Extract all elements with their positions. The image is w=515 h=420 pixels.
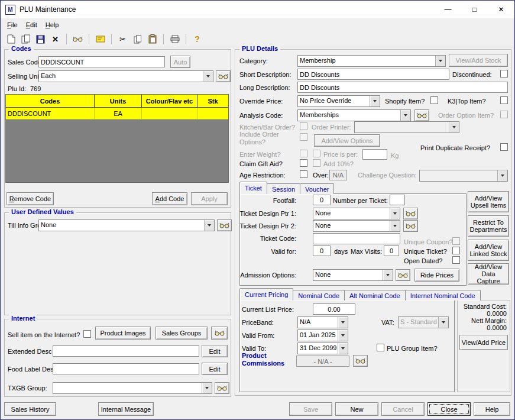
delete-button[interactable]: ✕ xyxy=(48,33,63,46)
include-order-options-checkbox[interactable] xyxy=(300,133,307,141)
price-is-per-checkbox[interactable] xyxy=(313,150,320,157)
valid-to-select[interactable]: 31 Dec 2099 xyxy=(297,343,348,354)
product-images-button[interactable]: Product Images xyxy=(95,327,151,340)
vat-select[interactable]: S - Standard Ra xyxy=(398,316,449,328)
internal-message-button[interactable]: Internal Message xyxy=(98,402,154,416)
ticket-design-1-search-button[interactable] xyxy=(403,208,418,219)
new-button-footer[interactable]: New xyxy=(335,402,378,416)
till-info-search-button[interactable] xyxy=(217,219,232,231)
admission-search-button[interactable] xyxy=(396,269,410,281)
ride-prices-button[interactable]: Ride Prices xyxy=(414,269,459,282)
table-row[interactable]: DDDISCOUNT EA xyxy=(6,108,228,119)
priceband-select[interactable]: N/A xyxy=(297,316,348,328)
txgb-search-button[interactable] xyxy=(215,382,229,394)
menu-help[interactable]: Help xyxy=(41,20,63,30)
save-button-toolbar[interactable] xyxy=(33,33,48,46)
cancel-button[interactable]: Cancel xyxy=(381,402,425,416)
long-description-input[interactable] xyxy=(297,82,508,93)
till-info-group-select[interactable]: None xyxy=(38,219,215,231)
add-view-options-button[interactable]: Add/View Options xyxy=(314,134,380,147)
open-dated-checkbox[interactable] xyxy=(452,256,460,264)
internet-search-button[interactable] xyxy=(211,327,228,340)
save-button[interactable]: Save xyxy=(289,402,332,416)
copy-button[interactable] xyxy=(130,33,145,46)
sales-groups-button[interactable]: Sales Groups xyxy=(156,327,208,340)
maximize-button[interactable]: □ xyxy=(461,1,488,18)
override-price-select[interactable]: No Price Override xyxy=(297,95,380,107)
age-restriction-checkbox[interactable] xyxy=(300,170,307,178)
tab-alt-nominal-code[interactable]: Alt Nominal Code xyxy=(344,290,406,301)
ticket-design-2-search-button[interactable] xyxy=(403,220,418,232)
print-button[interactable] xyxy=(167,33,182,46)
shopify-item-checkbox[interactable] xyxy=(430,96,438,104)
k3top-item-checkbox[interactable] xyxy=(500,96,508,104)
add-10-percent-checkbox[interactable] xyxy=(313,159,320,167)
add-view-data-capture-button[interactable]: Add/View Data Capture xyxy=(468,263,509,285)
view-add-price-button[interactable]: View/Add Price xyxy=(459,335,508,350)
menu-file[interactable]: File xyxy=(3,20,22,30)
add-view-upsell-items-button[interactable]: Add/View Upsell Items xyxy=(468,191,509,212)
close-window-button[interactable]: ✕ xyxy=(488,1,514,18)
plu-group-item-checkbox[interactable] xyxy=(377,344,384,351)
price-is-per-input[interactable] xyxy=(362,149,387,160)
close-button[interactable]: Close xyxy=(427,402,471,416)
selling-unit-select[interactable]: Each xyxy=(38,70,213,82)
number-per-ticket-input[interactable] xyxy=(390,195,405,205)
short-description-input[interactable] xyxy=(297,69,449,80)
remove-code-button[interactable]: Remove Code xyxy=(7,192,54,205)
kitchen-bar-order-checkbox[interactable] xyxy=(300,122,307,130)
ticket-design-2-select[interactable]: None xyxy=(313,220,400,232)
ticket-code-input[interactable] xyxy=(313,233,400,244)
print-duplicate-receipt-checkbox[interactable] xyxy=(500,143,508,151)
order-option-item-checkbox[interactable] xyxy=(500,111,508,118)
apply-button[interactable]: Apply xyxy=(191,192,228,205)
restrict-to-departments-button[interactable]: Restrict To Departments xyxy=(468,215,509,237)
unique-ticket-checkbox[interactable] xyxy=(452,247,460,254)
sales-code-input[interactable] xyxy=(38,56,165,67)
commissions-search-button[interactable] xyxy=(353,355,368,367)
tab-nominal-code[interactable]: Nominal Code xyxy=(293,290,345,301)
sales-history-button[interactable]: Sales History xyxy=(4,402,56,416)
unique-coupon-checkbox[interactable] xyxy=(452,237,460,245)
food-label-desc-edit-button[interactable]: Edit xyxy=(202,363,228,375)
category-select[interactable]: Membership xyxy=(297,55,446,67)
help-button-toolbar[interactable]: ? xyxy=(190,33,205,46)
find-button[interactable] xyxy=(70,33,85,46)
ticket-design-1-select[interactable]: None xyxy=(313,208,400,219)
valid-from-select[interactable]: 01 Jan 2025 xyxy=(297,329,348,341)
txgb-group-select[interactable] xyxy=(53,382,212,394)
cut-button[interactable]: ✂ xyxy=(115,33,130,46)
add-code-button[interactable]: Add Code xyxy=(152,192,187,205)
price-label-button[interactable] xyxy=(93,33,108,46)
paste-button[interactable] xyxy=(145,33,160,46)
view-add-stock-button[interactable]: View/Add Stock xyxy=(449,54,508,67)
add-view-linked-stock-button[interactable]: Add/View Linked Stock xyxy=(468,240,509,261)
current-list-price-input[interactable] xyxy=(313,303,355,315)
tab-ticket[interactable]: Ticket xyxy=(239,182,267,194)
challenge-question-select[interactable] xyxy=(419,170,508,182)
extended-desc-edit-button[interactable]: Edit xyxy=(202,345,228,357)
selling-unit-search-button[interactable] xyxy=(216,70,231,82)
analysis-search-button[interactable] xyxy=(414,109,429,121)
new-button[interactable] xyxy=(4,33,18,46)
tab-internet-nominal-code[interactable]: Internet Nominal Code xyxy=(405,290,481,301)
sell-online-checkbox[interactable] xyxy=(83,330,91,338)
tab-current-pricing[interactable]: Current Pricing xyxy=(239,288,293,301)
minimize-button[interactable]: — xyxy=(435,1,461,18)
enter-weight-checkbox[interactable] xyxy=(300,150,307,157)
auto-button[interactable]: Auto xyxy=(170,56,190,68)
admission-options-select[interactable]: None xyxy=(313,269,393,281)
claim-gift-aid-checkbox[interactable] xyxy=(300,159,307,167)
food-label-desc-input[interactable] xyxy=(53,363,199,374)
help-button[interactable]: Help xyxy=(474,402,510,416)
tab-session[interactable]: Session xyxy=(267,183,300,194)
valid-for-input[interactable] xyxy=(313,245,331,256)
menu-edit[interactable]: Edit xyxy=(22,20,41,30)
extended-desc-input[interactable] xyxy=(53,345,199,357)
footfall-input[interactable] xyxy=(313,195,331,205)
order-printer-select[interactable] xyxy=(354,121,459,133)
tab-voucher[interactable]: Voucher xyxy=(300,183,334,194)
max-visits-input[interactable] xyxy=(384,245,399,256)
duplicate-button[interactable] xyxy=(18,33,33,46)
discontinued-checkbox[interactable] xyxy=(500,70,508,77)
